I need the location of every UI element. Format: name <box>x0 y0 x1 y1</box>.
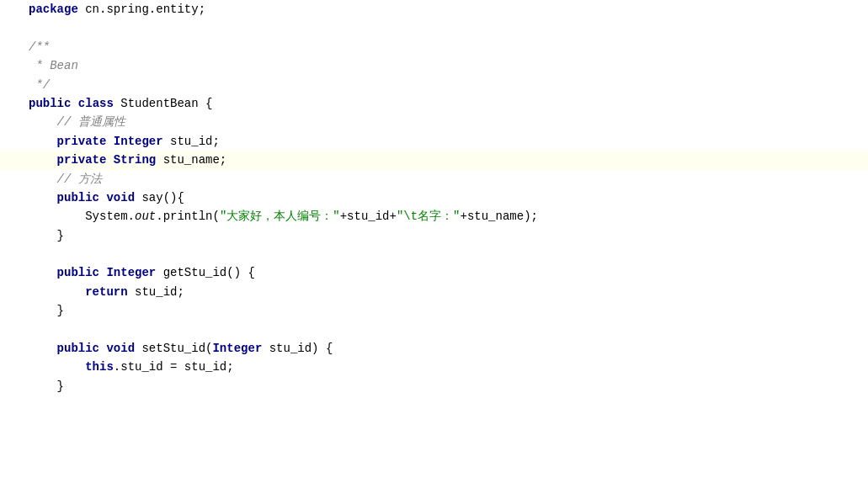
line-content: // 方法 <box>29 170 868 188</box>
line-content: public void say(){ <box>29 188 868 207</box>
code-line: } <box>0 377 868 395</box>
code-line: this.stu_id = stu_id; <box>0 358 868 376</box>
code-line: * Bean <box>0 56 868 75</box>
line-content: public class StudentBean { <box>29 94 868 113</box>
code-line: public class StudentBean { <box>0 94 868 113</box>
code-line: public void setStu_id(Integer stu_id) { <box>0 339 868 358</box>
code-line <box>0 19 868 37</box>
code-line: public Integer getStu_id() { <box>0 263 868 282</box>
line-content: // 普通属性 <box>29 113 868 131</box>
code-line: /** <box>0 38 868 56</box>
code-line: public void say(){ <box>0 188 868 207</box>
line-content: private String stu_name; <box>29 151 868 169</box>
code-line <box>0 245 868 263</box>
code-line: return stu_id; <box>0 283 868 301</box>
line-content: package cn.spring.entity; <box>29 0 868 19</box>
line-content <box>29 245 868 263</box>
line-content: private Integer stu_id; <box>29 132 868 151</box>
line-content: } <box>29 226 868 245</box>
line-content: } <box>29 301 868 320</box>
line-content: System.out.println("大家好，本人编号："+stu_id+"\… <box>29 207 868 226</box>
line-content: return stu_id; <box>29 283 868 301</box>
line-content <box>29 321 868 339</box>
line-content: * Bean <box>29 56 868 75</box>
line-content <box>29 19 868 37</box>
line-content: */ <box>29 76 868 94</box>
code-line: } <box>0 301 868 320</box>
code-line: // 方法 <box>0 170 868 188</box>
code-line <box>0 321 868 339</box>
code-line: } <box>0 226 868 245</box>
code-line: // 普通属性 <box>0 113 868 131</box>
code-line: package cn.spring.entity; <box>0 0 868 19</box>
code-editor[interactable]: package cn.spring.entity; /** * Bean */ … <box>0 0 868 499</box>
code-line: */ <box>0 76 868 94</box>
line-content: /** <box>29 38 868 56</box>
line-content: public void setStu_id(Integer stu_id) { <box>29 339 868 358</box>
code-line-highlighted: private String stu_name; <box>0 151 868 169</box>
line-content: public Integer getStu_id() { <box>29 263 868 282</box>
code-line: System.out.println("大家好，本人编号："+stu_id+"\… <box>0 207 868 226</box>
code-line: private Integer stu_id; <box>0 132 868 151</box>
line-content: } <box>29 377 868 395</box>
line-content: this.stu_id = stu_id; <box>29 358 868 376</box>
